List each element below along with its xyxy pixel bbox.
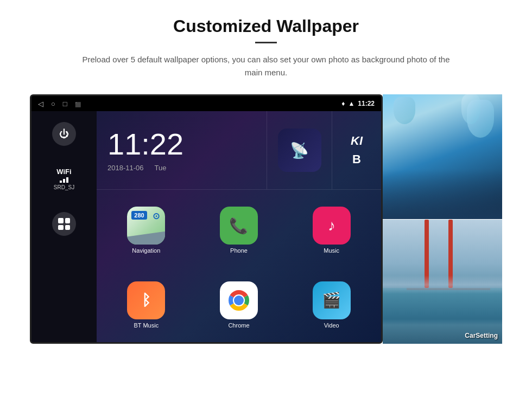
wifi-label: WiFi <box>54 168 74 176</box>
ice-2 <box>461 94 480 124</box>
wallpaper-panels: CarSetting <box>383 94 502 344</box>
video-symbol: 🎬 <box>322 291 341 309</box>
page-title: Customized Wallpaper <box>173 16 359 36</box>
chrome-icon <box>220 281 258 319</box>
wifi-bar-2 <box>63 179 65 183</box>
grid-dot-3 <box>58 225 64 230</box>
app-item-music[interactable]: ♪ Music <box>287 195 376 266</box>
page-description: Preload over 5 default wallpaper options… <box>81 53 451 79</box>
clock-date: 2018-11-06 <box>107 164 144 172</box>
ice-cave-bg <box>383 94 502 219</box>
phone-symbol: 📞 <box>229 217 248 235</box>
app-item-phone[interactable]: 📞 Phone <box>195 195 283 266</box>
app-grid: 280 ⊙ Navigation 📞 <box>97 190 381 344</box>
clock-time: 11:22 <box>107 129 256 159</box>
wifi-bars <box>54 177 74 183</box>
navigation-label: Navigation <box>132 247 160 254</box>
center-content: 11:22 2018-11-06 Tue 📡 KI <box>97 111 381 344</box>
wifi-info: WiFi SRD_SJ <box>54 168 74 190</box>
music-symbol: ♪ <box>328 217 335 234</box>
right-widgets: KI B <box>332 111 381 189</box>
chrome-svg <box>225 286 253 314</box>
status-right: ♦ ▲ 11:22 <box>341 100 375 107</box>
maps-badge: 280 <box>131 211 147 220</box>
fog <box>383 275 502 294</box>
app-item-video[interactable]: 🎬 Video <box>287 270 376 341</box>
clock-day: Tue <box>155 164 167 172</box>
wifi-status-icon: ▲ <box>348 100 354 107</box>
app-item-bt-music[interactable]: ᛒ BT Music <box>102 270 191 341</box>
page-container: Customized Wallpaper Preload over 5 defa… <box>0 0 532 355</box>
ice-3 <box>394 97 415 124</box>
wallpaper-thumb-golden-gate[interactable]: CarSetting <box>383 220 502 344</box>
wifi-widget[interactable]: 📡 <box>278 129 321 172</box>
app-item-navigation[interactable]: 280 ⊙ Navigation <box>102 195 191 266</box>
widget-ki: KI <box>351 134 363 148</box>
music-label: Music <box>324 247 339 254</box>
bluetooth-symbol: ᛒ <box>142 292 151 309</box>
grid-dot-4 <box>65 225 71 230</box>
sidebar: ⏻ WiFi SRD_SJ <box>31 111 97 344</box>
maps-road <box>127 232 165 245</box>
car-setting-label: CarSetting <box>465 332 498 339</box>
back-nav-icon[interactable] <box>38 100 43 108</box>
wifi-bar-3 <box>66 177 68 183</box>
status-time: 11:22 <box>358 100 375 107</box>
wallpaper-thumb-ice[interactable] <box>383 94 502 220</box>
clock-date-row: 2018-11-06 Tue <box>107 164 256 172</box>
video-label: Video <box>324 322 339 329</box>
music-icon: ♪ <box>313 207 351 245</box>
android-screen: ♦ ▲ 11:22 ⏻ WiFi <box>30 94 383 344</box>
bt-music-icon: ᛒ <box>127 281 165 319</box>
chrome-label: Chrome <box>228 322 249 329</box>
title-divider <box>255 42 277 43</box>
navigation-icon: 280 ⊙ <box>127 207 165 245</box>
widget-b: B <box>352 152 361 166</box>
top-section: 11:22 2018-11-06 Tue 📡 KI <box>97 111 381 190</box>
svg-point-3 <box>234 296 244 305</box>
grid-dot-2 <box>65 218 71 223</box>
grid-button[interactable] <box>52 212 76 236</box>
wifi-widget-area: 📡 <box>267 111 332 189</box>
device-wrapper: ♦ ▲ 11:22 ⏻ WiFi <box>30 94 502 344</box>
power-icon: ⏻ <box>59 129 69 140</box>
screenshot-nav-icon[interactable] <box>75 100 81 108</box>
main-area: ⏻ WiFi SRD_SJ <box>31 111 381 344</box>
recents-nav-icon[interactable] <box>63 100 67 108</box>
bt-music-label: BT Music <box>134 322 159 329</box>
clock-area: 11:22 2018-11-06 Tue <box>97 111 267 189</box>
home-nav-icon[interactable] <box>51 100 55 108</box>
grid-dot-1 <box>58 218 64 223</box>
location-icon: ♦ <box>341 100 345 107</box>
wifi-widget-icon: 📡 <box>290 142 309 159</box>
phone-icon: 📞 <box>220 207 258 245</box>
phone-label: Phone <box>230 247 248 254</box>
video-icon: 🎬 <box>313 281 351 319</box>
wifi-bar-1 <box>60 181 62 183</box>
ice-cave-inner <box>383 94 502 219</box>
app-item-chrome[interactable]: Chrome <box>195 270 283 341</box>
golden-gate-bg <box>383 220 502 344</box>
wifi-ssid: SRD_SJ <box>54 184 74 190</box>
power-button[interactable]: ⏻ <box>52 122 76 146</box>
gg-bg <box>383 220 502 344</box>
grid-icon <box>58 218 70 230</box>
nav-icons <box>38 100 81 108</box>
status-bar: ♦ ▲ 11:22 <box>31 96 381 111</box>
